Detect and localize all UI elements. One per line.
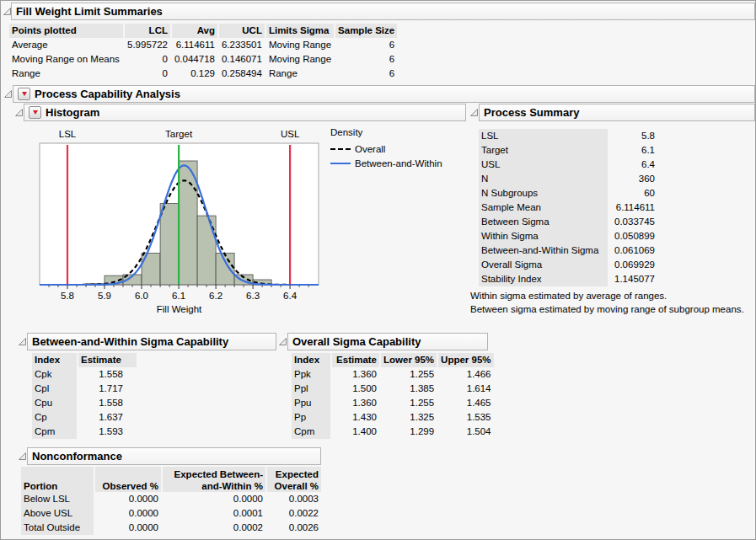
column-header: UCL [219,24,265,38]
outline-title-process-summary[interactable]: Process Summary [479,104,755,121]
tick-label: 6.2 [209,291,223,301]
cell-value: 1.465 [438,396,493,410]
tick-label: 6.1 [172,291,185,301]
row-label: Sample Mean [479,200,608,215]
row-label: Ppk [292,367,330,382]
row-label: Cpk [32,367,77,382]
cell-value: 1.466 [438,367,493,382]
row-label: N Subgroups [479,186,608,200]
row-label: Cp [32,410,77,425]
cell-value: 0.0001 [163,506,265,521]
row-label: Within Sigma [479,229,608,243]
cell-value: 1.255 [381,396,437,410]
spec-label-lsl: LSL [59,129,77,139]
red-menu-button[interactable] [18,88,30,100]
cell-value: 0.0002 [163,521,265,535]
column-header: Estimate [332,353,379,367]
table-row: Overall Sigma0.069929 [479,258,657,272]
cell-value: 0 [125,52,170,67]
table-row: Stability Index1.145077 [479,272,657,286]
row-label: Average [9,38,123,52]
cell-value: 0.0000 [95,492,161,506]
outline-title-nonconformance[interactable]: Nonconformance [27,447,321,465]
cell-value: Range [266,67,334,81]
cell-value: 0.129 [172,67,217,81]
cell-value: 0.069929 [609,258,657,272]
cell-value: 0.0022 [267,506,321,521]
histogram-bar [179,161,197,285]
column-header: Index [32,353,77,367]
row-label: N [479,172,608,186]
table-row: N Subgroups60 [479,186,657,200]
histogram-legend: Density Overall Between-and-Within [330,127,442,170]
cell-value: 1.360 [332,367,379,382]
table-row: Ppu1.3601.2551.465 [292,396,494,410]
jmp-report-window: Fill Weight Limit Summaries Points plott… [0,0,756,540]
table-row: Between-and-Within Sigma0.061069 [479,243,657,258]
table-row: Total Outside0.00000.00020.0026 [21,521,321,535]
spec-label-usl: USL [281,129,300,139]
table-row: Target6.1 [479,143,657,158]
cell-value: 0.061069 [609,243,657,258]
cell-value: 1.558 [78,396,137,410]
row-label: Ppu [292,396,330,410]
table-row: Cpm1.593 [32,425,137,439]
column-header: Avg [172,24,217,38]
column-header: Points plotted [9,24,123,38]
table-row: Ppk1.3601.2551.466 [292,367,494,382]
column-header: Lower 95% [381,353,437,367]
cell-value: 1.593 [78,425,137,439]
cell-value: 1.145077 [609,272,657,286]
row-label: Ppl [292,382,330,396]
process-summary-table: LSL5.8Target6.1USL6.4N360N Subgroups60Sa… [477,129,659,286]
row-label: Cpl [32,382,77,396]
cell-value: 1.500 [332,382,379,396]
header-row: IndexEstimate [32,353,137,367]
row-label: Stability Index [479,272,608,286]
cell-value: 1.255 [381,367,437,382]
table-row: LSL5.8 [479,129,657,143]
disclosure-triangle-icon[interactable] [18,452,27,461]
disclosure-triangle-icon[interactable] [3,89,13,99]
cell-value: 1.400 [332,425,379,439]
disclosure-triangle-icon[interactable] [469,108,479,117]
row-label: Total Outside [21,521,94,535]
row-label: LSL [479,129,608,143]
cell-value: 6 [335,67,397,81]
row-label: Pp [292,410,330,425]
disclosure-triangle-icon[interactable] [278,337,287,346]
row-label: Cpm [292,425,330,439]
fill-weight-histogram: LSLTargetUSL5.85.96.06.16.26.36.4Fill We… [35,124,330,318]
table-row: Pp1.4301.3251.535 [292,410,494,425]
cell-value: 0.044718 [172,52,217,67]
red-menu-button[interactable] [29,106,41,119]
table-row: N360 [479,172,657,186]
column-header: Portion [21,467,94,492]
outline-title-histogram[interactable]: Histogram [24,104,466,121]
outline-title-process-capability-analysis[interactable]: Process Capability Analysis [13,85,755,103]
nonconformance-table: PortionObserved %Expected Between- and-W… [19,467,323,535]
cell-value: 0.0003 [267,492,321,506]
cell-value: 0 [125,67,170,81]
table-row: Cp1.637 [32,410,137,425]
cell-value: 5.995722 [125,38,170,52]
cell-value: 0.050899 [609,229,657,243]
tick-label: 5.9 [98,291,111,301]
cell-value: 1.717 [78,382,137,396]
outline-title-label: Process Summary [484,106,579,119]
disclosure-triangle-icon[interactable] [14,108,24,117]
outline-title-bw-sigma-capability[interactable]: Between-and-Within Sigma Capability [27,333,276,350]
column-header: Sample Size [335,24,397,38]
row-label: Cpm [32,425,77,439]
outline-title-overall-sigma-capability[interactable]: Overall Sigma Capability [287,333,488,350]
histogram-bar [197,216,216,285]
column-header: Upper 95% [438,353,493,367]
row-label: Above USL [21,506,94,521]
outline-title-fill-weight-limit-summaries[interactable]: Fill Weight Limit Summaries [11,3,755,20]
cell-value: 1.614 [438,382,493,396]
cell-value: 1.385 [381,382,437,396]
table-row: Above USL0.00000.00010.0022 [21,506,321,521]
header-row: Points plottedLCLAvgUCLLimits SigmaSampl… [9,24,397,38]
column-header: Observed % [95,467,161,492]
disclosure-triangle-icon[interactable] [18,337,27,346]
